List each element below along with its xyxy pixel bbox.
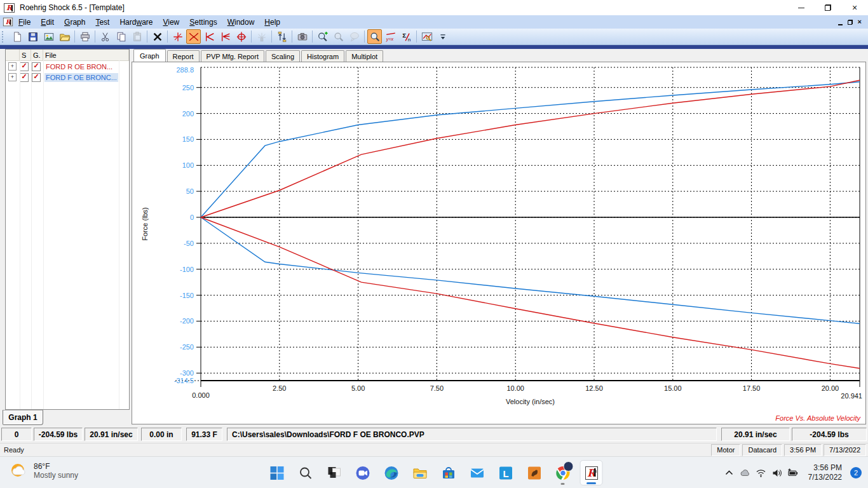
file-row[interactable]: +✓✓FORD R OE BRON... xyxy=(6,61,129,72)
taskbar-app-chat[interactable] xyxy=(351,460,374,485)
camera-icon xyxy=(297,31,308,43)
zoom-in-button[interactable] xyxy=(315,29,330,44)
average-button[interactable]: Σn xyxy=(399,29,414,44)
zoom-select-button[interactable] xyxy=(367,29,382,44)
svg-text:-250: -250 xyxy=(180,343,194,351)
taskbar-app-roehrig-shock[interactable]: R xyxy=(580,460,603,485)
delete-button[interactable] xyxy=(150,29,165,44)
scale-checkbox[interactable]: ✓ xyxy=(20,62,29,71)
svg-text:150: 150 xyxy=(182,135,194,143)
menu-help[interactable]: Help xyxy=(259,17,285,28)
tab-graph[interactable]: Graph xyxy=(133,49,166,62)
sort-tests-button[interactable] xyxy=(275,29,289,44)
open-button[interactable] xyxy=(57,29,72,44)
status-panel-datacard: Datacard xyxy=(742,444,782,456)
taskbar-clock[interactable]: 3:56 PM 7/13/2022 xyxy=(808,463,842,482)
wifi-icon[interactable] xyxy=(756,467,767,478)
pvp-plot-button[interactable] xyxy=(234,29,248,44)
svg-text:20.941: 20.941 xyxy=(841,392,862,400)
readout-field: 20.91 in/sec xyxy=(721,428,790,441)
toolbar-overflow-button[interactable] xyxy=(435,29,450,44)
menu-hardware[interactable]: Hardware xyxy=(114,17,158,28)
taskbar-app-store[interactable] xyxy=(437,460,460,485)
taskbar-app-search[interactable] xyxy=(294,460,317,485)
mdi-minimize-button[interactable] xyxy=(838,19,843,25)
svg-text:15.00: 15.00 xyxy=(664,384,682,392)
onedrive-icon[interactable] xyxy=(740,467,751,478)
menu-file[interactable]: File xyxy=(13,17,36,28)
minimize-button[interactable] xyxy=(788,0,815,15)
expand-toggle[interactable]: + xyxy=(8,62,17,71)
column-divider xyxy=(31,60,32,409)
taskbar-app-app-l[interactable]: L xyxy=(494,460,517,485)
graph-wizard-button[interactable] xyxy=(419,29,434,44)
graph-checkbox[interactable]: ✓ xyxy=(32,62,41,71)
sep8 xyxy=(312,30,313,43)
copy-button[interactable] xyxy=(114,29,128,44)
svg-text:7.50: 7.50 xyxy=(430,384,444,392)
menu-view[interactable]: View xyxy=(158,17,184,28)
svg-text:Force (lbs): Force (lbs) xyxy=(141,207,149,241)
tab-report[interactable]: Report xyxy=(167,50,200,62)
axis-tool-button[interactable] xyxy=(170,29,185,44)
picture-icon xyxy=(43,31,55,43)
volume-icon[interactable] xyxy=(771,467,783,478)
curve-compare-button[interactable]: y=x xyxy=(383,29,398,44)
header-g-column[interactable]: G. xyxy=(31,50,43,60)
expand-toggle[interactable]: + xyxy=(8,73,17,81)
header-s-column[interactable]: S xyxy=(20,50,31,60)
taskbar-app-widgets[interactable] xyxy=(323,460,346,485)
svg-text:288.8: 288.8 xyxy=(176,66,194,74)
save-button[interactable] xyxy=(25,29,40,44)
restore-button[interactable] xyxy=(815,0,841,15)
taskbar-app-app-orange[interactable] xyxy=(523,460,546,485)
svg-text:100: 100 xyxy=(182,161,194,169)
graph-checkbox[interactable]: ✓ xyxy=(32,73,41,82)
file-name[interactable]: FORD F OE BRONC... xyxy=(44,73,118,82)
mail-icon xyxy=(469,465,485,481)
base-plot-button[interactable] xyxy=(218,29,233,44)
mdi-close-button[interactable]: × xyxy=(858,18,862,25)
zoom-plus-icon xyxy=(317,31,329,43)
force-velocity-plot-button[interactable] xyxy=(186,29,201,44)
scale-checkbox[interactable]: ✓ xyxy=(20,73,29,82)
new-button[interactable] xyxy=(10,29,24,44)
header-file-column[interactable]: File xyxy=(43,50,129,60)
peak-plot-button[interactable] xyxy=(202,29,217,44)
svg-text:10.00: 10.00 xyxy=(506,384,524,392)
tab-multiplot[interactable]: Multiplot xyxy=(346,50,383,62)
sep1 xyxy=(74,30,75,43)
print-button[interactable] xyxy=(78,29,92,44)
menu-graph[interactable]: Graph xyxy=(59,17,90,28)
menu-window[interactable]: Window xyxy=(222,17,260,28)
snapshot-button[interactable] xyxy=(295,29,309,44)
file-name[interactable]: FORD R OE BRON... xyxy=(44,62,114,71)
cut-button[interactable] xyxy=(98,29,112,44)
menu-settings[interactable]: Settings xyxy=(184,17,222,28)
tab-scaling[interactable]: Scaling xyxy=(266,50,300,62)
force-velocity-chart[interactable]: -300-250-200-150-100-5005010015020025028… xyxy=(132,62,865,424)
menu-edit[interactable]: Edit xyxy=(36,17,59,28)
taskbar-app-file-explorer[interactable] xyxy=(409,460,431,485)
mdi-restore-button[interactable] xyxy=(848,20,853,25)
tray-expand-chevron-icon[interactable] xyxy=(724,467,735,478)
tab-pvp-mfg-report[interactable]: PVP Mfg. Report xyxy=(201,50,264,62)
battery-charging-icon[interactable] xyxy=(787,467,799,478)
notification-badge[interactable]: 2 xyxy=(850,467,862,478)
taskbar-app-mail[interactable] xyxy=(466,460,489,485)
close-button[interactable]: × xyxy=(841,0,868,15)
taskbar-app-edge[interactable] xyxy=(380,460,403,485)
weather-widget[interactable]: 86°F Mostly sunny xyxy=(9,461,78,480)
menu-test[interactable]: Test xyxy=(90,17,114,28)
taskbar-app-chrome[interactable] xyxy=(552,460,574,485)
status-panel-3-56-pm: 3:56 PM xyxy=(784,444,822,456)
file-row[interactable]: +✓✓FORD F OE BRONC... xyxy=(6,72,129,83)
toolbar-grip[interactable] xyxy=(2,31,6,43)
balloon-icon xyxy=(349,31,360,43)
tab-histogram[interactable]: Histogram xyxy=(301,50,344,62)
export-image-button[interactable] xyxy=(41,29,56,44)
taskbar-app-start[interactable] xyxy=(266,460,288,485)
check-icon: ✓ xyxy=(21,62,27,69)
graph1-bottom-tab[interactable]: Graph 1 xyxy=(3,410,43,425)
clock-time: 3:56 PM xyxy=(808,463,842,473)
